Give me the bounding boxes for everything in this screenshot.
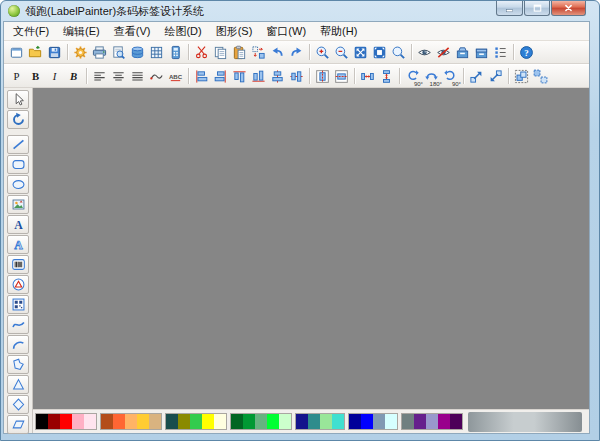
triangle-tool-button[interactable] xyxy=(7,375,29,394)
zoom-tool-button[interactable] xyxy=(389,43,408,62)
spell-check-button[interactable]: ABC xyxy=(166,67,185,86)
box-open-button[interactable] xyxy=(453,43,472,62)
text-curve-button[interactable] xyxy=(147,67,166,86)
bring-forward-button[interactable] xyxy=(467,67,486,86)
color-swatch[interactable] xyxy=(149,414,161,429)
undo-button[interactable] xyxy=(268,43,287,62)
open-file-button[interactable] xyxy=(26,43,45,62)
text-align-left-button[interactable] xyxy=(90,67,109,86)
menu-window[interactable]: 窗口(W) xyxy=(259,23,313,40)
menu-draw[interactable]: 绘图(D) xyxy=(157,23,208,40)
zoom-in-button[interactable] xyxy=(313,43,332,62)
new-document-button[interactable] xyxy=(7,43,26,62)
zoom-out-button[interactable] xyxy=(332,43,351,62)
diamond-tool-button[interactable] xyxy=(7,395,29,414)
box-closed-button[interactable] xyxy=(472,43,491,62)
text-tool-button[interactable]: A xyxy=(7,215,29,234)
select-tool-button[interactable] xyxy=(7,90,29,109)
color-swatch[interactable] xyxy=(190,414,202,429)
color-swatch[interactable] xyxy=(267,414,279,429)
rotate-tool-button[interactable] xyxy=(7,110,29,129)
color-swatch[interactable] xyxy=(296,414,308,429)
color-swatch[interactable] xyxy=(402,414,414,429)
align-right-edges-button[interactable] xyxy=(211,67,230,86)
color-swatch[interactable] xyxy=(279,414,291,429)
color-swatch[interactable] xyxy=(137,414,149,429)
color-swatch[interactable] xyxy=(320,414,332,429)
rotate-left-90-button[interactable]: 90° xyxy=(403,67,422,86)
color-swatch[interactable] xyxy=(255,414,267,429)
ellipse-tool-button[interactable] xyxy=(7,175,29,194)
color-swatch[interactable] xyxy=(308,414,320,429)
logo-shape-tool-button[interactable] xyxy=(7,275,29,294)
center-in-page-horizontal-button[interactable] xyxy=(313,67,332,86)
line-tool-button[interactable] xyxy=(7,135,29,154)
color-swatch[interactable] xyxy=(178,414,190,429)
color-swatch[interactable] xyxy=(349,414,361,429)
align-center-vertical-button[interactable] xyxy=(268,67,287,86)
redo-button[interactable] xyxy=(287,43,306,62)
color-swatch[interactable] xyxy=(202,414,214,429)
color-swatch[interactable] xyxy=(166,414,178,429)
fit-window-button[interactable] xyxy=(351,43,370,62)
align-top-edges-button[interactable] xyxy=(230,67,249,86)
label-setup-button[interactable] xyxy=(166,43,185,62)
color-swatch[interactable] xyxy=(373,414,385,429)
center-in-page-vertical-button[interactable] xyxy=(332,67,351,86)
font-bold-button[interactable]: B xyxy=(26,67,45,86)
color-swatch[interactable] xyxy=(438,414,450,429)
paste-button[interactable] xyxy=(230,43,249,62)
art-text-tool-button[interactable]: A xyxy=(7,235,29,254)
color-swatch[interactable] xyxy=(125,414,137,429)
minimize-button[interactable] xyxy=(496,1,523,16)
color-swatch[interactable] xyxy=(385,414,397,429)
cut-button[interactable] xyxy=(192,43,211,62)
color-swatch[interactable] xyxy=(113,414,125,429)
ungroup-objects-button[interactable] xyxy=(531,67,550,86)
color-swatch[interactable] xyxy=(426,414,438,429)
grid-toggle-button[interactable] xyxy=(147,43,166,62)
align-left-edges-button[interactable] xyxy=(192,67,211,86)
color-swatch[interactable] xyxy=(450,414,462,429)
equal-spacing-vertical-button[interactable] xyxy=(377,67,396,86)
save-file-button[interactable] xyxy=(45,43,64,62)
color-swatch[interactable] xyxy=(72,414,84,429)
align-bottom-edges-button[interactable] xyxy=(249,67,268,86)
copy-button[interactable] xyxy=(211,43,230,62)
color-swatch[interactable] xyxy=(332,414,344,429)
color-swatch[interactable] xyxy=(84,414,96,429)
color-swatch[interactable] xyxy=(36,414,48,429)
transform-button[interactable] xyxy=(249,43,268,62)
print-preview-button[interactable] xyxy=(109,43,128,62)
parallelogram-tool-button[interactable] xyxy=(7,415,29,434)
text-align-justify-button[interactable] xyxy=(128,67,147,86)
object-list-button[interactable] xyxy=(491,43,510,62)
help-button[interactable]: ? xyxy=(517,43,536,62)
color-swatch[interactable] xyxy=(48,414,60,429)
qrcode-tool-button[interactable] xyxy=(7,295,29,314)
color-swatch[interactable] xyxy=(231,414,243,429)
align-center-horizontal-button[interactable] xyxy=(287,67,306,86)
menu-file[interactable]: 文件(F) xyxy=(6,23,56,40)
group-objects-button[interactable] xyxy=(512,67,531,86)
polygon-tool-button[interactable] xyxy=(7,355,29,374)
rotate-180-button[interactable]: 180° xyxy=(422,67,441,86)
font-bold-italic-button[interactable]: B xyxy=(64,67,83,86)
close-button[interactable] xyxy=(551,1,586,16)
settings-button[interactable] xyxy=(71,43,90,62)
color-swatch[interactable] xyxy=(214,414,226,429)
image-tool-button[interactable] xyxy=(7,195,29,214)
color-swatch[interactable] xyxy=(243,414,255,429)
color-swatch[interactable] xyxy=(60,414,72,429)
menu-shape[interactable]: 图形(S) xyxy=(209,23,260,40)
rotate-right-90-button[interactable]: 90° xyxy=(441,67,460,86)
color-swatch[interactable] xyxy=(101,414,113,429)
text-align-center-button[interactable] xyxy=(109,67,128,86)
design-canvas[interactable] xyxy=(33,88,589,409)
font-plain-button[interactable]: P xyxy=(7,67,26,86)
color-swatch[interactable] xyxy=(361,414,373,429)
hide-objects-button[interactable] xyxy=(434,43,453,62)
rounded-rect-tool-button[interactable] xyxy=(7,155,29,174)
curve-tool-button[interactable] xyxy=(7,315,29,334)
equal-spacing-horizontal-button[interactable] xyxy=(358,67,377,86)
